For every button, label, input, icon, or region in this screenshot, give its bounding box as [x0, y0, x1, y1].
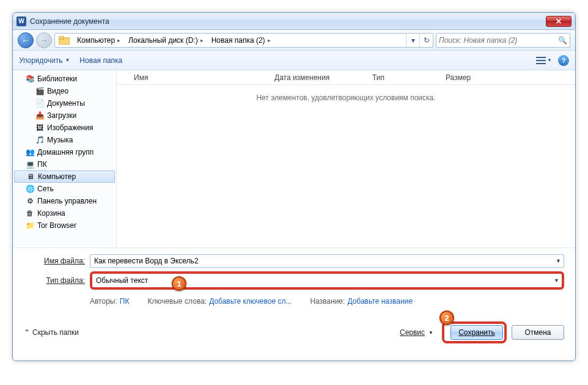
- breadcrumb-segment[interactable]: Локальный диск (D:)▸: [125, 34, 208, 47]
- breadcrumb-label: Локальный диск (D:): [128, 36, 198, 45]
- tree-item[interactable]: 📁Tor Browser: [13, 219, 116, 232]
- filetype-label: Тип файла:: [24, 276, 90, 285]
- chevron-down-icon: ▼: [65, 57, 70, 63]
- tree-item-icon: 🌐: [25, 184, 35, 194]
- tree-item[interactable]: 🌐Сеть: [13, 183, 116, 195]
- breadcrumb-label: Компьютер: [77, 36, 115, 45]
- tree-item-label: Изображения: [47, 123, 93, 132]
- help-button[interactable]: ?: [558, 55, 569, 66]
- empty-message: Нет элементов, удовлетворяющих условиям …: [117, 85, 575, 111]
- tree-item[interactable]: 📚Библиотеки: [13, 73, 116, 85]
- save-dialog-window: W Сохранение документа ✕ ← → Компьютер▸ …: [12, 12, 576, 361]
- column-size[interactable]: Размер: [441, 73, 490, 82]
- tree-item-icon: 📄: [35, 98, 45, 108]
- titlebar[interactable]: W Сохранение документа ✕: [13, 13, 575, 30]
- breadcrumb-dropdown[interactable]: ▾: [406, 34, 419, 47]
- navigation-bar: ← → Компьютер▸ Локальный диск (D:)▸ Нова…: [13, 30, 575, 51]
- tree-item[interactable]: 👥Домашняя групп: [13, 146, 116, 158]
- authors-label: Авторы:: [90, 297, 117, 306]
- save-form: Имя файла: ▼ Тип файла: Обычный текст ▼ …: [13, 248, 575, 319]
- search-box[interactable]: 🔍: [436, 33, 570, 48]
- breadcrumb-segment[interactable]: Новая папка (2)▸: [208, 34, 275, 47]
- search-input[interactable]: [439, 36, 558, 45]
- tree-item-icon: 📥: [35, 111, 45, 120]
- tree-item-label: Домашняя групп: [37, 148, 94, 156]
- svg-rect-4: [536, 63, 546, 64]
- new-folder-button[interactable]: Новая папка: [79, 56, 122, 65]
- tree-item[interactable]: 🎬Видео: [13, 85, 116, 97]
- tree-item-icon: 🖥: [26, 172, 35, 182]
- folder-tree[interactable]: 📚Библиотеки🎬Видео📄Документы📥Загрузки🖼Изо…: [13, 70, 117, 248]
- word-icon: W: [17, 16, 26, 26]
- refresh-button[interactable]: ↻: [419, 34, 433, 47]
- tree-item-label: Музыка: [47, 136, 73, 144]
- back-button[interactable]: ←: [18, 32, 34, 48]
- folder-icon: [57, 34, 71, 46]
- title-meta-value[interactable]: Добавьте название: [347, 297, 413, 306]
- filename-input[interactable]: [94, 257, 560, 265]
- annotation-badge-1: 1: [172, 276, 186, 291]
- main-area: 📚Библиотеки🎬Видео📄Документы📥Загрузки🖼Изо…: [13, 70, 575, 248]
- tree-item-label: Загрузки: [47, 111, 76, 120]
- save-button[interactable]: Сохранить: [450, 325, 503, 340]
- tree-item-label: Сеть: [37, 185, 54, 193]
- tree-item-icon: 👥: [25, 147, 35, 157]
- tree-item[interactable]: ⚙Панель управлен: [13, 195, 116, 207]
- tree-item-icon: 📁: [25, 221, 35, 230]
- column-name[interactable]: Имя: [129, 73, 270, 82]
- filetype-value: Обычный текст: [96, 276, 148, 285]
- breadcrumb-segment[interactable]: Компьютер▸: [73, 34, 125, 47]
- keywords-label: Ключевые слова:: [147, 297, 207, 306]
- service-button[interactable]: Сервис▼: [400, 328, 433, 337]
- tree-item[interactable]: 📥Загрузки: [13, 109, 116, 122]
- tree-item-label: Видео: [47, 87, 68, 95]
- tree-item-label: Панель управлен: [37, 197, 97, 205]
- dialog-footer: ⌃ Скрыть папки Сервис▼ Сохранить 2 Отмен…: [13, 319, 575, 351]
- cancel-button[interactable]: Отмена: [512, 325, 564, 340]
- chevron-up-icon: ⌃: [24, 328, 30, 337]
- chevron-right-icon: ▸: [200, 37, 204, 43]
- filename-label: Имя файла:: [24, 257, 90, 265]
- tree-item-icon: 🎬: [35, 86, 45, 96]
- tree-item[interactable]: 🗑Корзина: [13, 207, 116, 219]
- authors-value[interactable]: ПК: [120, 297, 130, 306]
- file-list-pane: Имя Дата изменения Тип Размер Нет элемен…: [117, 70, 575, 248]
- filetype-field[interactable]: Обычный текст ▼ 1: [90, 271, 564, 290]
- svg-rect-2: [536, 57, 546, 58]
- tree-item-icon: 🗑: [25, 208, 35, 218]
- tree-item[interactable]: 💻ПК: [13, 158, 116, 170]
- filename-field[interactable]: ▼: [90, 254, 564, 268]
- tree-item-icon: 🎵: [35, 135, 45, 145]
- save-button-highlight: Сохранить 2: [442, 321, 507, 343]
- tree-item[interactable]: 🖥Компьютер: [14, 170, 115, 183]
- tree-item-label: Tor Browser: [37, 221, 76, 230]
- tree-item[interactable]: 🖼Изображения: [13, 122, 116, 134]
- svg-rect-1: [59, 36, 64, 39]
- view-mode-button[interactable]: ▼: [536, 56, 552, 65]
- chevron-right-icon: ▸: [268, 37, 271, 43]
- hide-folders-button[interactable]: ⌃ Скрыть папки: [24, 328, 79, 337]
- keywords-value[interactable]: Добавьте ключевое сл...: [209, 297, 292, 306]
- column-headers[interactable]: Имя Дата изменения Тип Размер: [117, 70, 575, 85]
- organize-button[interactable]: Упорядочить▼: [19, 56, 70, 65]
- forward-button[interactable]: →: [36, 32, 52, 48]
- breadcrumb-bar[interactable]: Компьютер▸ Локальный диск (D:)▸ Новая па…: [54, 33, 433, 48]
- chevron-down-icon: ▼: [547, 57, 552, 63]
- tree-item[interactable]: 🎵Музыка: [13, 134, 116, 146]
- toolbar: Упорядочить▼ Новая папка ▼ ?: [13, 51, 575, 70]
- tree-item-icon: 📚: [25, 74, 35, 84]
- tree-item[interactable]: 📄Документы: [13, 97, 116, 109]
- window-title: Сохранение документа: [30, 17, 109, 26]
- chevron-down-icon[interactable]: ▼: [556, 258, 561, 264]
- title-meta-label: Название:: [310, 297, 345, 306]
- view-icon: [536, 56, 546, 65]
- tree-item-label: Библиотеки: [37, 75, 77, 83]
- tree-item-label: Документы: [47, 99, 85, 108]
- close-button[interactable]: ✕: [546, 16, 571, 27]
- chevron-down-icon[interactable]: ▼: [554, 277, 559, 284]
- breadcrumb-label: Новая папка (2): [211, 36, 265, 45]
- column-date[interactable]: Дата изменения: [270, 73, 367, 82]
- column-type[interactable]: Тип: [367, 73, 441, 82]
- search-icon[interactable]: 🔍: [558, 36, 567, 45]
- svg-rect-3: [536, 60, 546, 61]
